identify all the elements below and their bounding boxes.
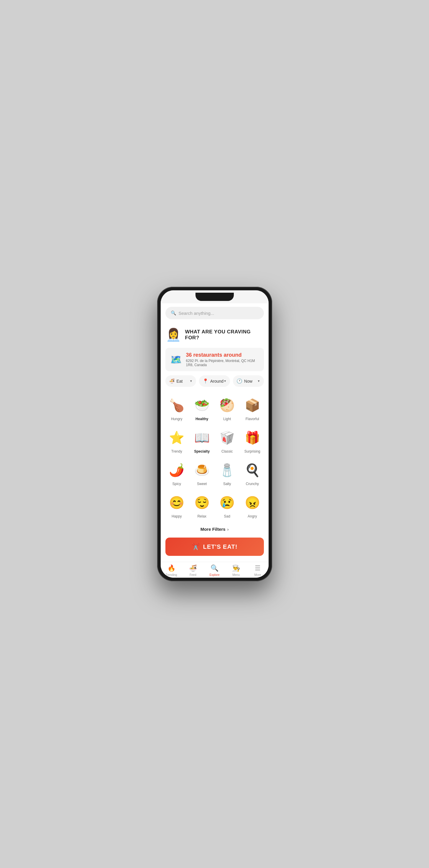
light-icon: 🥙 (218, 396, 236, 414)
salty-label: Salty (223, 482, 231, 486)
trending-nav-label: Trending (166, 573, 177, 577)
happy-label: Happy (172, 514, 182, 518)
notch (196, 293, 234, 301)
hungry-icon: 🍗 (167, 396, 186, 414)
phone-screen: 🔍 Search anything... 👩‍💼 WHAT ARE YOU CR… (161, 290, 269, 578)
category-item-hungry[interactable]: 🍗Hungry (165, 393, 189, 423)
category-item-salty[interactable]: 🧂Salty (216, 458, 239, 488)
category-item-crunchy[interactable]: 🍳Crunchy (241, 458, 264, 488)
more-nav-label: More (255, 573, 261, 577)
search-placeholder: Search anything... (179, 311, 214, 316)
sad-icon: 😢 (218, 493, 236, 512)
location-info: 36 restaurants around 6292 Pl. de la Pép… (186, 352, 259, 367)
notch-area (161, 290, 269, 303)
avatar: 👩‍💼 (165, 325, 182, 344)
menu-nav-label: Menu (232, 573, 240, 577)
categories-grid: 🍗Hungry🥗Healthy🥙Light📦Flavorful⭐Trendy📖S… (161, 391, 269, 523)
category-item-relax[interactable]: 😌Relax (191, 491, 213, 521)
lets-eat-label: LET'S EAT! (203, 544, 238, 550)
craving-title: WHAT ARE YOU CRAVING FOR? (185, 329, 264, 341)
category-item-flavorful[interactable]: 📦Flavorful (241, 393, 264, 423)
category-item-sweet[interactable]: 🍮Sweet (191, 458, 213, 488)
category-item-classic[interactable]: 🥡Classic (216, 426, 239, 456)
now-filter[interactable]: 🕐 Now ▼ (233, 375, 264, 387)
menu-nav-icon: 👨‍🍳 (232, 564, 240, 572)
content-area: 🔍 Search anything... 👩‍💼 WHAT ARE YOU CR… (161, 303, 269, 578)
feed-nav-icon: 🍜 (189, 564, 197, 572)
lets-eat-icon: ✂️ (192, 543, 200, 551)
specialty-label: Specialty (194, 450, 210, 454)
crunchy-icon: 🍳 (243, 461, 262, 479)
nav-item-more[interactable]: ☰More (247, 564, 268, 577)
healthy-icon: 🥗 (193, 396, 211, 414)
more-filters-btn[interactable]: More Filters › (161, 523, 269, 535)
eat-label: Eat (176, 379, 183, 383)
salty-icon: 🧂 (218, 461, 236, 479)
healthy-label: Healthy (196, 417, 208, 421)
specialty-icon: 📖 (193, 428, 211, 447)
feed-nav-label: Feed (190, 573, 196, 577)
around-icon: 📍 (203, 378, 208, 384)
lets-eat-button[interactable]: ✂️ LET'S EAT! (165, 537, 264, 556)
surprising-icon: 🎁 (243, 428, 262, 447)
surprising-label: Surprising (244, 450, 260, 454)
sweet-icon: 🍮 (193, 461, 211, 479)
category-item-healthy[interactable]: 🥗Healthy (191, 393, 213, 423)
flavorful-icon: 📦 (243, 396, 262, 414)
category-item-specialty[interactable]: 📖Specialty (191, 426, 213, 456)
location-banner[interactable]: 🗺️ 36 restaurants around 6292 Pl. de la … (165, 348, 264, 371)
classic-icon: 🥡 (218, 428, 236, 447)
now-dropdown-arrow: ▼ (257, 379, 260, 383)
around-dropdown-arrow: ▼ (224, 379, 226, 383)
hungry-label: Hungry (171, 417, 183, 421)
nav-item-menu[interactable]: 👨‍🍳Menu (225, 564, 247, 577)
relax-label: Relax (197, 514, 206, 518)
search-icon: 🔍 (171, 310, 176, 316)
now-label: Now (244, 379, 253, 383)
light-label: Light (223, 417, 231, 421)
eat-filter[interactable]: 🍜 Eat ▼ (165, 375, 196, 387)
more-filters-arrow: › (227, 527, 229, 532)
sad-label: Sad (224, 514, 230, 518)
spicy-label: Spicy (172, 482, 181, 486)
bottom-nav: 🔥Trending🍜Feed🔍Explore👨‍🍳Menu☰More (161, 562, 269, 578)
nav-item-trending[interactable]: 🔥Trending (161, 564, 182, 577)
location-address: 6292 Pl. de la Pépinière, Montréal, QC H… (186, 359, 259, 367)
more-filters-label: More Filters (200, 527, 226, 532)
sweet-label: Sweet (197, 482, 207, 486)
angry-icon: 😠 (243, 493, 262, 512)
category-item-angry[interactable]: 😠Angry (241, 491, 264, 521)
relax-icon: 😌 (193, 493, 211, 512)
trendy-icon: ⭐ (167, 428, 186, 447)
crunchy-label: Crunchy (245, 482, 259, 486)
now-icon: 🕐 (236, 378, 242, 384)
search-bar[interactable]: 🔍 Search anything... (165, 307, 264, 319)
more-nav-icon: ☰ (255, 564, 261, 572)
classic-label: Classic (222, 450, 233, 454)
category-item-light[interactable]: 🥙Light (216, 393, 239, 423)
eat-icon: 🍜 (169, 378, 175, 384)
around-label: Around (210, 379, 224, 383)
category-item-happy[interactable]: 😊Happy (165, 491, 189, 521)
flavorful-label: Flavorful (245, 417, 259, 421)
nav-item-explore[interactable]: 🔍Explore (204, 564, 225, 577)
spicy-icon: 🌶️ (167, 461, 186, 479)
phone-frame: 🔍 Search anything... 👩‍💼 WHAT ARE YOU CR… (157, 287, 272, 581)
eat-dropdown-arrow: ▼ (190, 379, 193, 383)
filter-dropdowns: 🍜 Eat ▼ 📍 Around ▼ 🕐 Now (161, 371, 269, 391)
trending-nav-icon: 🔥 (167, 564, 175, 572)
avatar-figure: 👩‍💼 (166, 328, 181, 342)
craving-section: 👩‍💼 WHAT ARE YOU CRAVING FOR? (161, 323, 269, 348)
explore-nav-icon: 🔍 (210, 564, 219, 572)
category-item-spicy[interactable]: 🌶️Spicy (165, 458, 189, 488)
nav-item-feed[interactable]: 🍜Feed (182, 564, 204, 577)
map-icon: 🗺️ (170, 354, 182, 365)
category-item-sad[interactable]: 😢Sad (216, 491, 239, 521)
trendy-label: Trendy (171, 450, 182, 454)
category-item-surprising[interactable]: 🎁Surprising (241, 426, 264, 456)
around-filter[interactable]: 📍 Around ▼ (199, 375, 230, 387)
happy-icon: 😊 (167, 493, 186, 512)
explore-nav-label: Explore (210, 573, 220, 577)
category-item-trendy[interactable]: ⭐Trendy (165, 426, 189, 456)
angry-label: Angry (248, 514, 257, 518)
